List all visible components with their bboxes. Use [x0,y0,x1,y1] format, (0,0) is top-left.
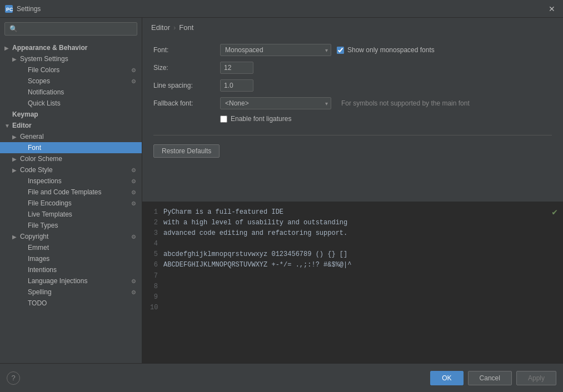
preview-line-4: 4 [150,239,555,249]
sidebar-item-label: Emmet [28,244,137,252]
enable-ligatures-checkbox[interactable] [220,115,227,123]
ok-button[interactable]: OK [430,371,463,385]
sidebar-item-file-types[interactable]: File Types [0,220,142,231]
expand-arrow: ▶ [12,234,20,240]
app-icon: PC [4,4,13,13]
ligatures-row: Enable font ligatures [153,115,552,123]
sidebar-item-images[interactable]: Images [0,253,142,264]
sidebar-item-color-scheme[interactable]: ▶ Color Scheme [0,153,142,164]
sidebar: ▶ Appearance & Behavior ▶ System Setting… [0,18,142,363]
sidebar-item-label: Keymap [12,110,137,118]
sidebar-item-label: General [20,133,137,140]
expand-arrow: ▼ [4,123,12,129]
sidebar-item-copyright[interactable]: ▶ Copyright ⚙ [0,231,142,242]
sidebar-item-todo[interactable]: TODO [0,298,142,309]
bottom-actions: OK Cancel Apply [430,371,556,385]
sidebar-item-label: Language Injections [28,277,128,285]
line-number: 4 [150,239,163,249]
line-number: 5 [150,249,163,260]
close-button[interactable]: ✕ [545,4,559,14]
preview-line-5: 5 abcdefghijklmnopqrstuvwxyz 0123456789 … [150,249,555,260]
settings-icon: ⚙ [129,200,137,207]
preview-area: ✔ 1 PyCharm is a full-featured IDE 2 wit… [142,202,563,364]
sidebar-item-label: File and Code Templates [28,188,128,196]
sidebar-item-font[interactable]: Font [0,142,142,153]
sidebar-item-appearance[interactable]: ▶ Appearance & Behavior [0,42,142,53]
search-input[interactable] [4,22,137,36]
cancel-button[interactable]: Cancel [468,371,512,385]
sidebar-item-label: Images [28,255,137,263]
size-input[interactable] [220,62,253,74]
expand-arrow: ▶ [12,134,20,140]
sidebar-item-general[interactable]: ▶ General [0,131,142,142]
line-spacing-control [220,79,253,92]
sidebar-item-quick-lists[interactable]: Quick Lists [0,98,142,109]
sidebar-item-label: Inspections [28,177,128,185]
sidebar-item-label: File Types [28,222,137,229]
sidebar-item-file-and-code-templates[interactable]: File and Code Templates ⚙ [0,187,142,198]
line-spacing-input[interactable] [220,79,253,92]
sidebar-item-intentions[interactable]: Intentions [0,264,142,275]
divider [153,135,552,135]
sidebar-item-label: Appearance & Behavior [12,44,137,52]
sidebar-item-label: Quick Lists [28,99,137,107]
sidebar-item-live-templates[interactable]: Live Templates [0,209,142,220]
expand-arrow: ▶ [12,56,20,62]
monospaced-checkbox-row: Show only monospaced fonts [337,46,435,54]
sidebar-item-label: Intentions [28,266,137,274]
preview-line-8: 8 [150,282,555,292]
code-text: advanced code editing and refactoring su… [163,228,347,239]
fallback-hint: For symbols not supported by the main fo… [341,99,470,107]
font-row: Font: Monospaced Courier New Consolas Je… [153,44,552,56]
sidebar-item-editor[interactable]: ▼ Editor [0,120,142,131]
show-monospaced-checkbox[interactable] [337,47,344,54]
settings-icon: ⚙ [129,178,137,184]
sidebar-item-label: Code Style [20,166,128,174]
font-dropdown-wrapper: Monospaced Courier New Consolas JetBrain… [220,44,331,56]
sidebar-item-notifications[interactable]: Notifications [0,87,142,98]
preview-line-9: 9 [150,292,555,303]
font-dropdown[interactable]: Monospaced Courier New Consolas JetBrain… [220,44,331,56]
apply-button[interactable]: Apply [516,371,556,385]
sidebar-item-label: Spelling [28,288,128,296]
sidebar-item-spelling[interactable]: Spelling ⚙ [0,287,142,298]
preview-line-2: 2 with a high level of usability and out… [150,218,555,228]
size-control [220,62,253,74]
sidebar-item-label: Font [28,144,137,152]
line-number: 3 [150,228,163,239]
sidebar-item-scopes[interactable]: Scopes ⚙ [0,76,142,87]
enable-ligatures-label: Enable font ligatures [231,115,291,123]
main-layout: ▶ Appearance & Behavior ▶ System Setting… [0,18,563,363]
line-number: 6 [150,260,163,270]
font-label: Font: [153,46,220,54]
fallback-font-control: <None> ▾ For symbols not supported by th… [220,97,470,109]
sidebar-item-keymap[interactable]: Keymap [0,109,142,120]
preview-line-3: 3 advanced code editing and refactoring … [150,228,555,239]
size-row: Size: [153,62,552,74]
sidebar-item-emmet[interactable]: Emmet [0,242,142,253]
settings-icon: ⚙ [129,167,137,173]
sidebar-item-code-style[interactable]: ▶ Code Style ⚙ [0,164,142,175]
help-button[interactable]: ? [7,371,20,385]
size-label: Size: [153,64,220,72]
sidebar-item-system-settings[interactable]: ▶ System Settings [0,53,142,64]
settings-icon: ⚙ [129,189,137,195]
sidebar-item-label: Color Scheme [20,155,137,163]
sidebar-item-label: TODO [28,299,137,307]
code-text: with a high level of usability and outst… [163,218,347,228]
sidebar-item-inspections[interactable]: Inspections ⚙ [0,175,142,187]
fallback-font-label: Fallback font: [153,99,220,107]
line-number: 10 [150,303,163,313]
sidebar-item-file-encodings[interactable]: File Encodings ⚙ [0,198,142,209]
svg-text:PC: PC [6,7,13,12]
breadcrumb-child: Font [179,23,193,32]
line-spacing-label: Line spacing: [153,82,220,89]
fallback-font-dropdown[interactable]: <None> [220,97,331,109]
sidebar-item-label: File Colors [28,66,128,74]
settings-panel: Font: Monospaced Courier New Consolas Je… [142,37,563,202]
sidebar-item-label: Scopes [28,77,128,85]
sidebar-item-language-injections[interactable]: Language Injections ⚙ [0,275,142,287]
restore-defaults-button[interactable]: Restore Defaults [153,144,220,158]
sidebar-item-file-colors[interactable]: File Colors ⚙ [0,64,142,76]
sidebar-item-label: Editor [12,122,137,129]
